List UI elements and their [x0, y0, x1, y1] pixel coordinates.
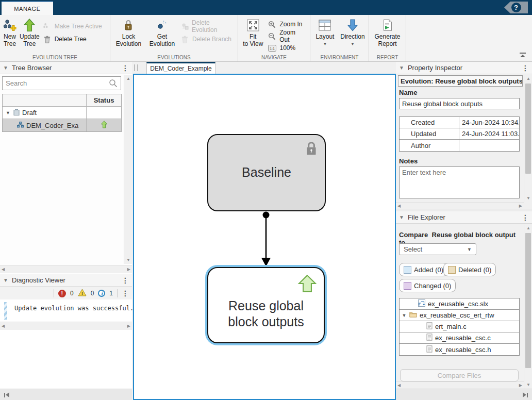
error-icon: !	[58, 290, 66, 297]
section-evolution-tree: New Tree Update Tree Make Tree Active	[0, 15, 110, 61]
zoom-out-button[interactable]: Zoom Out	[268, 31, 307, 41]
name-field[interactable]	[399, 98, 520, 109]
scroll-right-icon[interactable]: ▶	[519, 204, 522, 208]
make-tree-active-button: Make Tree Active	[43, 22, 102, 31]
author-value[interactable]	[459, 140, 519, 151]
help-banner[interactable]: ?	[504, 2, 528, 13]
scrollbar-thumb[interactable]	[525, 84, 531, 174]
get-evolution-icon	[156, 18, 168, 32]
tab-grip-icon[interactable]	[134, 64, 138, 71]
author-key: Author	[400, 140, 459, 151]
compare-target-select[interactable]: Select ▼	[399, 243, 476, 255]
zoom-in-label: Zoom In	[279, 21, 302, 28]
scroll-down-icon[interactable]: ▼	[526, 196, 530, 201]
tree-search-input[interactable]	[3, 79, 109, 87]
added-swatch-icon	[404, 266, 411, 274]
tree-row-dem-coder[interactable]: DEM_Coder_Exa	[3, 119, 121, 131]
delete-tree-button[interactable]: Delete Tree	[43, 35, 102, 44]
lock-evolution-button[interactable]: Lock Evolution	[113, 17, 144, 48]
section-label-evolution-tree: EVOLUTION TREE	[0, 55, 110, 60]
added-filter-chip[interactable]: Added (0)	[399, 263, 448, 276]
layout-icon	[319, 18, 331, 32]
scroll-right-icon[interactable]: ▶	[127, 268, 130, 272]
info-icon: i	[98, 290, 105, 297]
tree-browser-vscrollbar[interactable]: ▲ ▼	[124, 75, 132, 264]
scroll-left-icon[interactable]: ◀	[397, 384, 401, 388]
diagnostic-toolbar: ! 0 ! 0 i 1 ⋮	[0, 287, 132, 299]
tab-manage[interactable]: MANAGE	[2, 1, 53, 15]
zoom-in-button[interactable]: Zoom In	[268, 20, 307, 29]
scroll-left-icon[interactable]: ◀	[2, 324, 5, 328]
file-explorer-collapse-icon[interactable]: ▼	[399, 214, 404, 220]
zoom-level-button[interactable]: 1:1 100%	[268, 43, 307, 53]
file-name: ex_reusable_csc.slx	[428, 300, 488, 308]
file-explorer-menu-icon[interactable]: ⋮	[522, 213, 529, 222]
tree-browser-collapse-icon[interactable]: ▼	[3, 65, 8, 71]
file-explorer-vscrollbar[interactable]: ▲ ▼	[524, 225, 532, 389]
collapse-right-panel-icon[interactable]	[523, 392, 528, 397]
section-environment: Layout ▼ Direction ▼ ENVIRONMENT	[310, 15, 369, 61]
file-explorer-header: ▼ File Explorer ⋮	[396, 211, 532, 224]
get-evolution-button[interactable]: Get Evolution	[147, 17, 177, 48]
scroll-down-icon[interactable]: ▼	[126, 258, 130, 262]
generate-report-button[interactable]: Generate Report	[372, 17, 403, 48]
file-tree-table: ex_reusable_csc.slx ▼ ex_reusable_csc_er…	[399, 298, 520, 356]
diagnostic-viewer-collapse-icon[interactable]: ▼	[3, 277, 8, 283]
draft-icon	[13, 109, 20, 117]
tree-row-draft[interactable]: ▼ Draft	[3, 107, 121, 119]
property-inspector-vscrollbar[interactable]: ▲ ▼	[524, 75, 532, 202]
notes-label: Notes	[399, 157, 418, 165]
collapse-left-panel-icon[interactable]	[4, 392, 9, 397]
scrollbar-thumb[interactable]	[525, 233, 531, 368]
scroll-down-icon[interactable]: ▼	[526, 383, 530, 387]
scroll-left-icon[interactable]: ◀	[2, 268, 5, 272]
diagnostic-toolbar-menu-icon[interactable]: ⋮	[122, 289, 129, 297]
notes-field[interactable]	[399, 166, 520, 198]
info-count: 1	[109, 290, 113, 297]
diagnostic-viewer-menu-icon[interactable]: ⋮	[122, 276, 129, 285]
deleted-filter-chip[interactable]: Deleted (0)	[443, 263, 496, 276]
tree-browser-menu-icon[interactable]: ⋮	[122, 64, 129, 72]
direction-icon	[347, 18, 358, 32]
file-explorer-hscrollbar[interactable]: ◀ ▶	[396, 381, 524, 389]
diagnostic-hscrollbar[interactable]: ◀ ▶	[0, 322, 132, 330]
layout-button[interactable]: Layout ▼	[313, 17, 337, 46]
scroll-up-icon[interactable]: ▲	[526, 226, 530, 230]
scroll-right-icon[interactable]: ▶	[127, 324, 130, 328]
fit-to-view-button[interactable]: Fit to View	[241, 17, 264, 48]
minimize-toolstrip-icon[interactable]	[520, 53, 526, 57]
scroll-left-icon[interactable]: ◀	[397, 204, 401, 208]
new-tree-button[interactable]: New Tree	[3, 17, 16, 48]
file-row-csc-c[interactable]: ex_reusable_csc.c	[400, 332, 519, 344]
folder-expand-icon[interactable]: ▼	[402, 313, 407, 318]
file-row-slx[interactable]: ex_reusable_csc.slx	[400, 298, 519, 310]
document-tabbar: DEM_Coder_Example	[133, 62, 396, 74]
help-icon[interactable]: ?	[511, 3, 521, 12]
node-reuse-global-block-outputs[interactable]: Reuse global block outputs	[207, 267, 325, 343]
file-row-ert-main[interactable]: ert_main.c	[400, 321, 519, 332]
generate-report-icon	[383, 18, 393, 32]
toolbar-divider	[117, 289, 118, 297]
scroll-up-icon[interactable]: ▲	[126, 77, 130, 81]
diagnostic-message-area: Update evolution was successful.	[0, 299, 132, 322]
changed-filter-chip[interactable]: Changed (0)	[399, 279, 456, 292]
node-baseline[interactable]: Baseline	[207, 134, 326, 211]
tree-browser-hscrollbar[interactable]: ◀ ▶	[0, 265, 132, 273]
file-name: ert_main.c	[435, 323, 467, 330]
tab-dem-coder-example[interactable]: DEM_Coder_Example	[146, 62, 215, 74]
file-row-csc-h[interactable]: ex_reusable_csc.h	[400, 344, 519, 355]
name-label: Name	[399, 89, 417, 96]
draft-expand-icon[interactable]: ▼	[6, 110, 11, 115]
property-inspector-menu-icon[interactable]: ⋮	[522, 64, 529, 72]
scroll-up-icon[interactable]: ▲	[526, 77, 530, 81]
file-row-folder[interactable]: ▼ ex_reusable_csc_ert_rtw	[400, 310, 519, 321]
zoom-out-label: Zoom Out	[279, 29, 307, 43]
generate-report-label: Generate Report	[374, 34, 400, 48]
update-tree-button[interactable]: Update Tree	[20, 17, 40, 48]
property-inspector-collapse-icon[interactable]: ▼	[399, 65, 404, 71]
property-inspector-hscrollbar[interactable]: ◀ ▶	[396, 202, 524, 209]
table-row: Author	[400, 140, 519, 151]
direction-button[interactable]: Direction ▼	[340, 17, 365, 46]
scroll-right-icon[interactable]: ▶	[519, 384, 522, 388]
evolution-canvas[interactable]: Baseline Reuse global block outputs	[133, 74, 396, 400]
